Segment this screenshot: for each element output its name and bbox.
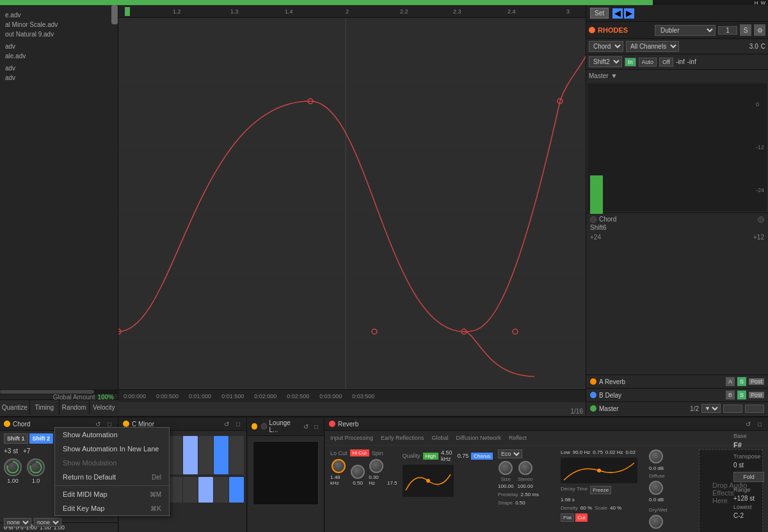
fold-button[interactable]: Fold xyxy=(733,472,764,482)
gear-button[interactable]: ⚙ xyxy=(754,24,765,36)
nav-forward-button[interactable]: ▶ xyxy=(624,8,634,19)
file-item[interactable]: adv xyxy=(3,63,115,73)
nav-back-button[interactable]: ◀ xyxy=(612,8,623,19)
menu-edit-key-map[interactable]: Edit Key Map ⌘K xyxy=(55,501,169,515)
file-item[interactable]: e.adv xyxy=(3,10,115,20)
minor-icon-2[interactable]: □ xyxy=(234,419,243,428)
track-a-button[interactable]: A xyxy=(726,377,735,386)
file-item[interactable]: al Minor Scale.adv xyxy=(3,20,115,29)
lo-cut-knob[interactable] xyxy=(332,459,346,473)
lounge-dropdown-1[interactable]: none xyxy=(4,518,31,527)
flat-button[interactable]: Flat xyxy=(561,513,574,522)
set-button[interactable]: Set xyxy=(590,8,609,19)
menu-show-automation-new-lane[interactable]: Show Automation In New Lane xyxy=(55,442,169,456)
piano-cell-2[interactable] xyxy=(214,477,228,503)
base-controls: Base F# Transpose 0 st Fold Range +128 s… xyxy=(730,430,768,522)
chorus-button[interactable]: Chorus xyxy=(471,453,493,460)
diffuse-knob[interactable] xyxy=(649,481,663,495)
auto-auto-button[interactable]: Auto xyxy=(639,58,657,67)
piano-cell[interactable] xyxy=(229,436,244,474)
eco-select[interactable]: Eco xyxy=(498,449,522,458)
menu-return-to-default[interactable]: Return to Default Del xyxy=(55,470,169,484)
predelay-row: Predelay 2.50 ms xyxy=(498,492,556,497)
minor-icon-1[interactable]: ↺ xyxy=(222,419,231,428)
preset-selector[interactable]: Dubler xyxy=(655,25,716,36)
channel-num-input[interactable]: 1 xyxy=(718,26,737,35)
spin-knob-2[interactable] xyxy=(369,459,383,473)
hi-cut-button[interactable]: Hi Cut xyxy=(350,449,369,456)
reverb-icon-2[interactable]: □ xyxy=(755,419,764,428)
tab-timing[interactable]: Timing xyxy=(30,400,60,415)
lounge-dropdown-2[interactable]: none xyxy=(34,518,61,527)
piano-cell-active[interactable] xyxy=(214,436,228,474)
time-6: 0:03:000 xyxy=(314,393,347,399)
track-s-button-b[interactable]: S xyxy=(737,391,746,399)
stereo-knob[interactable] xyxy=(518,461,532,475)
shift-dropdown[interactable]: Shift2 xyxy=(589,56,622,67)
lounge-icon-1[interactable]: ↺ xyxy=(302,422,310,431)
arrangement-content[interactable] xyxy=(118,18,586,389)
chord-dropdown[interactable]: Chord xyxy=(589,41,623,52)
chord-knob-2[interactable] xyxy=(27,458,45,476)
db-neg24: -24 xyxy=(756,187,764,193)
piano-cell-2[interactable] xyxy=(183,477,198,503)
menu-show-automation[interactable]: Show Automation xyxy=(55,428,169,442)
tab-random[interactable]: Random xyxy=(60,400,90,415)
channel-dropdown[interactable]: All Channels xyxy=(626,41,679,52)
piano-cell[interactable] xyxy=(198,436,213,474)
chord-knob-1[interactable] xyxy=(4,458,22,476)
piano-cell-2[interactable] xyxy=(168,477,182,503)
piano-cell-2-light[interactable] xyxy=(198,477,213,503)
piano-cell-light[interactable] xyxy=(183,436,198,474)
reverb-icon-1[interactable]: ↺ xyxy=(744,419,753,428)
send-dot-2 xyxy=(758,216,764,223)
predelay-label: Predelay xyxy=(498,492,518,497)
track-dot-master xyxy=(590,405,596,412)
size-knob[interactable] xyxy=(499,461,513,475)
file-item[interactable]: adv xyxy=(3,73,115,83)
diff-val3: 0.02 xyxy=(625,449,636,455)
global-knobs-row: Size 100.00 Stereo 100.00 xyxy=(498,461,556,489)
track-post-button-a[interactable]: Post xyxy=(749,378,764,385)
file-item[interactable]: adv xyxy=(3,42,115,51)
minor-dot xyxy=(123,421,129,427)
lounge-icon-2[interactable]: □ xyxy=(312,422,320,431)
reflect-knob[interactable] xyxy=(649,449,663,463)
spin-knob[interactable] xyxy=(351,465,365,479)
master-num-1[interactable]: 0 xyxy=(723,405,742,413)
track-s-button-a[interactable]: S xyxy=(737,377,746,386)
decay-row: Decay Time Freeze xyxy=(561,486,644,494)
spin-val: 0.50 xyxy=(353,480,363,486)
s-button[interactable]: S xyxy=(740,24,751,36)
db-val-1: -inf xyxy=(676,58,685,65)
tab-quantize[interactable]: Quantize xyxy=(0,400,30,415)
track-b-button[interactable]: B xyxy=(726,391,735,399)
size-knob-group: Size 100.00 xyxy=(498,461,513,489)
auto-in-button[interactable]: In xyxy=(625,58,636,67)
svg-point-17 xyxy=(597,469,601,472)
cut-button[interactable]: Cut xyxy=(575,513,587,522)
freeze-button[interactable]: Freeze xyxy=(590,486,611,494)
file-item[interactable]: out Natural 9.adv xyxy=(3,29,115,39)
menu-edit-midi-map[interactable]: Edit MIDI Map ⌘M xyxy=(55,487,169,501)
hi-quality-button[interactable]: High xyxy=(423,453,438,460)
file-item[interactable]: ale.adv xyxy=(3,51,115,61)
dry-wet-knob[interactable] xyxy=(649,515,663,529)
shift1-button[interactable]: Shift 1 xyxy=(4,433,28,444)
master-num-2[interactable]: 0 xyxy=(745,405,764,413)
piano-cell-2-active[interactable] xyxy=(229,477,244,503)
decay-label: Decay Time xyxy=(561,486,588,494)
track-a-reverb: A Reverb A S Post xyxy=(586,375,768,388)
vertical-scrollbar[interactable] xyxy=(111,5,118,24)
transpose-label: Transpose xyxy=(733,453,764,460)
svg-point-15 xyxy=(426,479,430,483)
wave-midpoint[interactable] xyxy=(513,329,518,334)
master-dropdown[interactable]: ▼ xyxy=(701,404,721,413)
auto-off-button[interactable]: Off xyxy=(659,58,673,67)
tab-velocity[interactable]: Velocity xyxy=(90,400,119,415)
shift2-button[interactable]: Shift 2 xyxy=(29,433,54,444)
time-5: 0:02:500 xyxy=(282,393,314,399)
piano-cell[interactable] xyxy=(168,436,182,474)
track-post-button-b[interactable]: Post xyxy=(749,392,764,398)
wave-midpoint[interactable] xyxy=(372,329,377,334)
